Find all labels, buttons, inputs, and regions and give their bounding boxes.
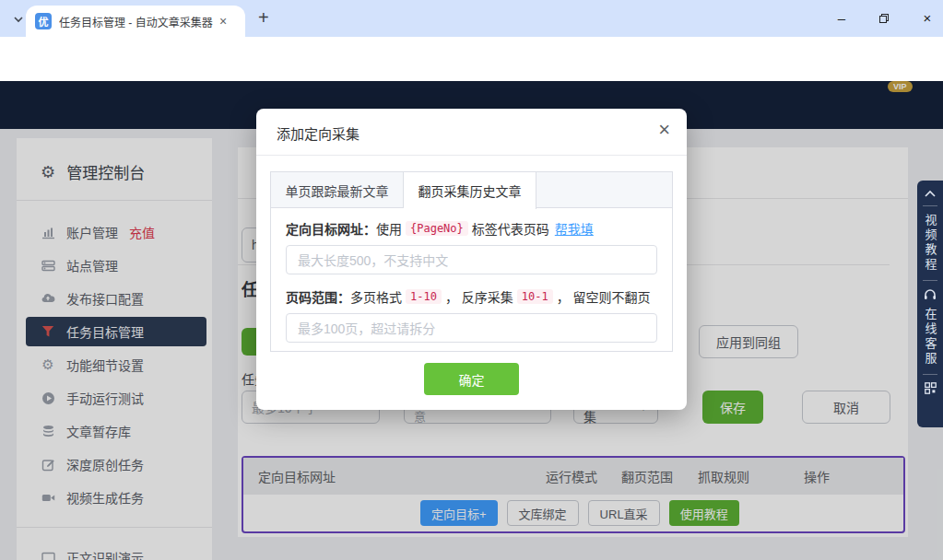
label-text: ， 留空则不翻页 [557, 287, 651, 306]
headset-icon[interactable] [924, 288, 937, 300]
dialog-close-icon[interactable]: × [658, 120, 670, 140]
tab-title: 任务目标管理 - 自动文章采集器 [59, 14, 216, 29]
browser-tab[interactable]: 优 任务目标管理 - 自动文章采集器 × [26, 6, 245, 37]
divider [923, 280, 937, 281]
online-service-link[interactable]: 在线客服 [922, 308, 939, 367]
add-target-dialog: 添加定向采集 × 单页跟踪最新文章 翻页采集历史文章 定向目标网址： 使用 {P… [256, 109, 687, 410]
tab-close-icon[interactable]: × [219, 14, 227, 29]
scroll-top-chevron-icon[interactable] [924, 190, 937, 198]
label-text: ， 反序采集 [445, 287, 513, 306]
label-text: 标签代表页码 [472, 219, 549, 238]
range-code-chip: 10-1 [517, 289, 553, 304]
tab-content: 定向目标网址： 使用 {PageNo} 标签代表页码 帮我填 最大长度500，不… [271, 208, 672, 367]
tabs-header: 单页跟踪最新文章 翻页采集历史文章 [271, 172, 672, 208]
window-minimize-button[interactable]: – [834, 11, 849, 26]
tab-label: 单页跟踪最新文章 [286, 181, 389, 200]
help-fill-link[interactable]: 帮我填 [555, 219, 594, 238]
page-range-label: 页码范围： 多页格式 1-10 ， 反序采集 10-1 ， 留空则不翻页 [286, 287, 657, 306]
new-tab-button[interactable]: + [258, 8, 269, 27]
label-text: 多页格式 [350, 287, 402, 306]
placeholder-text: 最多100页，超过请拆分 [298, 319, 435, 337]
window-close-button[interactable]: × [920, 11, 935, 26]
browser-toolbar: ← → ucaiyun.com/caiji/category/ ☆ 井 ⋮ [0, 37, 943, 81]
tab-search-chevron-icon[interactable] [9, 10, 28, 29]
target-url-input[interactable]: 最大长度500，不支持中文 [286, 245, 657, 274]
browser-titlebar: 优 任务目标管理 - 自动文章采集器 × + – × [0, 0, 943, 37]
page-range-input[interactable]: 最多100页，超过请拆分 [286, 313, 657, 343]
target-url-label: 定向目标网址： 使用 {PageNo} 标签代表页码 帮我填 [286, 219, 657, 238]
range-code-chip: 1-10 [406, 289, 442, 304]
placeholder-text: 最大长度500，不支持中文 [298, 251, 448, 269]
pageno-code-chip: {PageNo} [406, 221, 468, 236]
tab-single-page-track[interactable]: 单页跟踪最新文章 [271, 172, 404, 208]
button-label: 确定 [459, 370, 485, 389]
qr-code-icon[interactable] [925, 382, 937, 394]
divider [923, 205, 937, 206]
label-text: 使用 [376, 219, 402, 238]
video-tutorial-link[interactable]: 视频教程 [922, 214, 939, 273]
tab-paginated-history[interactable]: 翻页采集历史文章 [404, 172, 536, 209]
window-restore-button[interactable] [877, 11, 891, 26]
divider [923, 374, 937, 375]
floating-side-panel: 视频教程 在线客服 [917, 181, 943, 427]
dialog-title: 添加定向采集 [277, 123, 360, 143]
tab-label: 翻页采集历史文章 [418, 181, 522, 200]
site-favicon: 优 [35, 13, 52, 29]
dialog-tabs: 单页跟踪最新文章 翻页采集历史文章 定向目标网址： 使用 {PageNo} 标签… [270, 171, 673, 352]
label-bold: 页码范围： [286, 287, 350, 306]
screen: 优 任务目标管理 - 自动文章采集器 × + – × ← → ucaiyun.c… [0, 0, 943, 560]
label-bold: 定向目标网址： [286, 219, 376, 238]
confirm-button[interactable]: 确定 [424, 363, 519, 395]
divider [256, 155, 687, 156]
